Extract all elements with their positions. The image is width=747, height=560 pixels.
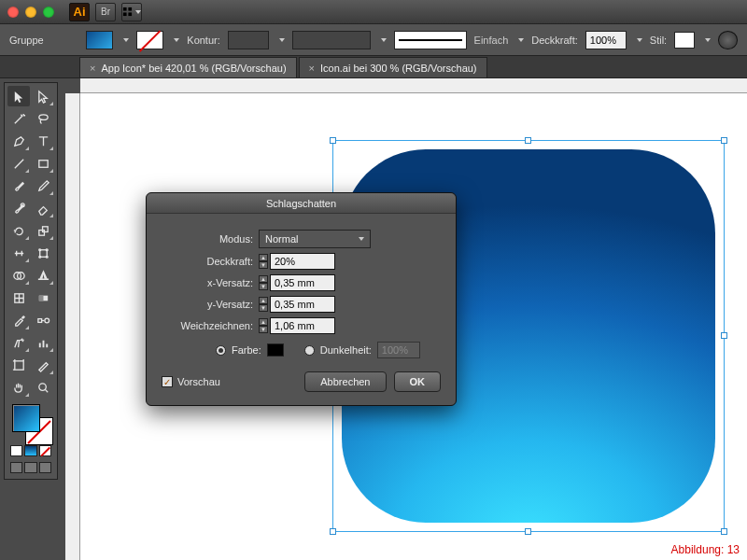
bridge-button[interactable]: Br <box>95 3 116 21</box>
brush-style-label: Einfach <box>474 35 509 46</box>
stroke-weight-input[interactable] <box>228 31 269 49</box>
color-radio[interactable] <box>216 345 226 356</box>
selection-tool[interactable] <box>7 86 30 106</box>
line-tool[interactable] <box>7 153 30 174</box>
y-offset-stepper[interactable]: ▲▼ <box>259 297 268 312</box>
tools-panel <box>4 82 58 480</box>
pencil-tool[interactable] <box>32 175 54 196</box>
x-offset-input[interactable] <box>270 274 335 291</box>
selection-handle[interactable] <box>721 137 727 144</box>
window-maximize-button[interactable] <box>43 7 54 18</box>
opacity-stepper[interactable]: ▲▼ <box>259 254 268 269</box>
blur-input[interactable] <box>270 317 335 334</box>
selection-handle[interactable] <box>721 332 727 339</box>
document-tab[interactable]: × App Icon* bei 420,01 % (RGB/Vorschau) <box>79 57 297 77</box>
fill-swatch[interactable] <box>86 31 113 49</box>
arrange-documents-button[interactable] <box>121 3 142 21</box>
blur-label: Weichzeichnen: <box>162 320 253 331</box>
svg-rect-5 <box>38 160 47 167</box>
blend-tool[interactable] <box>32 310 54 330</box>
free-transform-tool[interactable] <box>32 243 54 263</box>
preview-checkbox[interactable]: ✓ <box>162 376 173 387</box>
rectangle-tool[interactable] <box>32 153 54 174</box>
width-tool[interactable] <box>7 243 30 263</box>
mesh-tool[interactable] <box>7 287 30 308</box>
fill-stroke-indicator[interactable] <box>10 404 51 441</box>
stroke-profile-input[interactable] <box>292 31 371 49</box>
draw-normal-mode[interactable] <box>10 462 22 473</box>
hand-tool[interactable] <box>7 377 30 398</box>
color-mode-gradient[interactable] <box>24 445 36 456</box>
horizontal-ruler[interactable] <box>80 78 747 93</box>
paintbrush-tool[interactable] <box>7 175 30 196</box>
slice-tool[interactable] <box>32 355 54 375</box>
selection-handle[interactable] <box>330 137 336 144</box>
document-tab-label: App Icon* bei 420,01 % (RGB/Vorschau) <box>101 63 286 74</box>
close-tab-icon[interactable]: × <box>90 63 95 74</box>
window-minimize-button[interactable] <box>25 7 36 18</box>
svg-rect-19 <box>37 318 41 322</box>
graphic-style-swatch[interactable] <box>674 32 694 49</box>
document-setup-button[interactable] <box>718 31 738 49</box>
grid-icon <box>122 7 133 17</box>
window-close-button[interactable] <box>7 7 19 18</box>
rotate-tool[interactable] <box>7 220 30 241</box>
darkness-input <box>377 342 420 358</box>
blur-stepper[interactable]: ▲▼ <box>259 318 268 333</box>
pen-tool[interactable] <box>7 131 30 151</box>
selection-handle[interactable] <box>525 137 531 144</box>
artboard-tool[interactable] <box>7 355 30 375</box>
selection-handle[interactable] <box>525 528 531 535</box>
opacity-input[interactable] <box>270 253 335 270</box>
brush-definition[interactable] <box>394 31 467 49</box>
selection-handle[interactable] <box>721 528 727 535</box>
chevron-down-icon <box>123 38 129 42</box>
x-offset-stepper[interactable]: ▲▼ <box>259 275 268 290</box>
blend-mode-select[interactable]: Normal <box>259 230 371 248</box>
mode-label: Modus: <box>162 233 253 245</box>
perspective-grid-tool[interactable] <box>32 265 54 286</box>
opacity-input[interactable] <box>585 31 627 49</box>
eyedropper-tool[interactable] <box>7 310 30 330</box>
svg-point-4 <box>38 114 47 119</box>
darkness-radio-label: Dunkelheit: <box>320 344 372 356</box>
column-graph-tool[interactable] <box>32 332 54 353</box>
magic-wand-tool[interactable] <box>7 108 30 129</box>
direct-selection-tool[interactable] <box>32 86 54 106</box>
draw-inside-mode[interactable] <box>39 462 51 473</box>
document-tab[interactable]: × Icon.ai bei 300 % (RGB/Vorschau) <box>299 57 487 77</box>
y-offset-input[interactable] <box>270 296 335 313</box>
chevron-down-icon <box>705 38 711 42</box>
scale-tool[interactable] <box>32 220 54 241</box>
blob-brush-tool[interactable] <box>7 198 30 218</box>
fill-color-indicator[interactable] <box>12 404 40 432</box>
symbol-sprayer-tool[interactable] <box>7 332 30 353</box>
color-mode-solid[interactable] <box>10 445 22 456</box>
ok-button[interactable]: OK <box>394 371 442 392</box>
chevron-down-icon <box>381 38 387 42</box>
lasso-tool[interactable] <box>32 108 54 129</box>
svg-rect-18 <box>38 295 43 301</box>
vertical-ruler[interactable] <box>65 93 80 560</box>
eraser-tool[interactable] <box>32 198 54 218</box>
zoom-tool[interactable] <box>32 377 54 398</box>
chevron-down-icon <box>637 38 642 42</box>
type-tool[interactable] <box>32 131 54 151</box>
darkness-radio[interactable] <box>304 345 315 356</box>
svg-rect-21 <box>14 360 22 369</box>
figure-caption: Abbildung: 13 <box>671 543 740 556</box>
gradient-tool[interactable] <box>32 287 54 308</box>
close-tab-icon[interactable]: × <box>309 63 315 74</box>
svg-rect-1 <box>128 7 132 11</box>
shape-builder-tool[interactable] <box>7 265 30 286</box>
color-mode-none[interactable] <box>39 445 51 456</box>
draw-behind-mode[interactable] <box>24 462 36 473</box>
shadow-color-well[interactable] <box>267 343 284 357</box>
document-tab-label: Icon.ai bei 300 % (RGB/Vorschau) <box>320 63 477 74</box>
svg-rect-8 <box>42 226 48 231</box>
svg-rect-3 <box>128 12 132 16</box>
svg-rect-7 <box>38 230 44 235</box>
selection-handle[interactable] <box>330 528 336 535</box>
stroke-swatch[interactable] <box>136 31 163 49</box>
cancel-button[interactable]: Abbrechen <box>304 371 386 392</box>
